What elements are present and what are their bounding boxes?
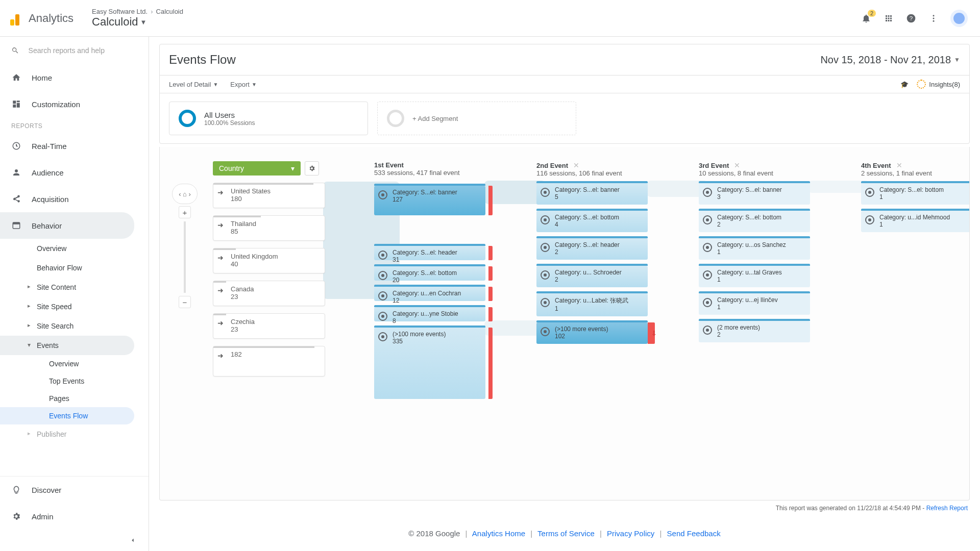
- event-icon: [703, 270, 712, 280]
- event-node[interactable]: Category: S...el: header 31: [374, 246, 485, 260]
- sidebar-search[interactable]: [0, 37, 149, 64]
- zoom-home-button[interactable]: ‹ ⌂ ›: [172, 184, 198, 204]
- events-flow-diagram[interactable]: ‹ ⌂ › + − Country ▾: [160, 147, 969, 458]
- more-menu-button[interactable]: [928, 13, 939, 24]
- event-value: 20: [393, 277, 481, 284]
- zoom-controls: ‹ ⌂ › + −: [172, 184, 198, 308]
- event-icon: [378, 251, 387, 260]
- add-segment-button[interactable]: + Add Segment: [377, 102, 576, 135]
- event-node[interactable]: Category: S...el: bottom 2: [699, 211, 810, 232]
- close-icon[interactable]: ✕: [734, 161, 740, 169]
- event-node[interactable]: Category: u...yne Stobie 8: [374, 307, 485, 321]
- nav-audience[interactable]: Audience: [0, 159, 149, 186]
- nav-customization[interactable]: Customization: [0, 91, 149, 117]
- source-dimension-dropdown[interactable]: Country ▾: [213, 161, 301, 176]
- event-node[interactable]: Category: S...el: banner 3: [699, 183, 810, 205]
- nav-admin[interactable]: Admin: [0, 503, 149, 530]
- publisher[interactable]: Publisher: [0, 424, 149, 444]
- account-selector[interactable]: Easy Software Ltd. › Calculoid Calculoid…: [92, 8, 183, 29]
- apps-button[interactable]: [883, 13, 894, 24]
- zoom-in-button[interactable]: +: [179, 206, 191, 218]
- event-node[interactable]: Category: S...el: bottom 20: [374, 266, 485, 281]
- events-flow[interactable]: Events Flow: [0, 407, 134, 424]
- source-node[interactable]: 182: [213, 346, 325, 377]
- source-value: 182: [231, 350, 320, 358]
- source-node[interactable]: Canada 23: [213, 281, 325, 306]
- event-node[interactable]: Category: u...tal Graves 1: [699, 266, 810, 287]
- event-node[interactable]: Category: u...Label: 张晓武 1: [536, 293, 648, 316]
- event-node[interactable]: Category: u... Schroeder 2: [536, 266, 648, 287]
- help-button[interactable]: ?: [905, 13, 917, 24]
- source-node[interactable]: Thailand 85: [213, 215, 325, 241]
- collapse-sidebar-button[interactable]: [0, 530, 149, 551]
- events-pages[interactable]: Pages: [0, 390, 149, 407]
- segment-all-users[interactable]: All Users 100.00% Sessions: [169, 102, 368, 135]
- gear-icon: [11, 511, 21, 521]
- event-node[interactable]: Category: S...el: bottom 1: [861, 183, 970, 205]
- source-node[interactable]: Czechia 23: [213, 313, 325, 339]
- zoom-slider[interactable]: [184, 221, 186, 293]
- refresh-report-link[interactable]: Refresh Report: [926, 505, 968, 512]
- search-input[interactable]: [29, 46, 137, 55]
- source-node[interactable]: United Kingdom 40: [213, 248, 325, 273]
- source-settings-button[interactable]: [305, 161, 319, 176]
- source-name: United Kingdom: [231, 253, 320, 260]
- event-node[interactable]: Category: S...el: bottom 4: [536, 211, 648, 232]
- column-subtitle: 533 sessions, 417 final event: [374, 169, 485, 177]
- svg-rect-7: [13, 222, 20, 224]
- nav-label: Discover: [32, 486, 61, 494]
- nav-discover[interactable]: Discover: [0, 477, 149, 503]
- behavior-overview[interactable]: Overview: [0, 239, 149, 258]
- event-label: Category: u...ej Ilinčev: [717, 296, 806, 304]
- nav-home[interactable]: Home: [0, 64, 149, 91]
- event-icon: [378, 291, 387, 300]
- event-node[interactable]: Category: u...os Sanchez 1: [699, 238, 810, 260]
- events-top[interactable]: Top Events: [0, 372, 149, 390]
- event-node[interactable]: (>100 more events) 335: [374, 328, 485, 399]
- close-icon[interactable]: ✕: [896, 161, 902, 169]
- level-detail-dropdown[interactable]: Level of Detail ▼: [169, 81, 218, 88]
- event-icon: [541, 327, 550, 336]
- site-search[interactable]: Site Search: [0, 316, 149, 336]
- insights-button[interactable]: Insights(8): [917, 80, 960, 89]
- date-range-picker[interactable]: Nov 15, 2018 - Nov 21, 2018 ▼: [820, 54, 960, 66]
- event-label: (>100 more events): [393, 331, 481, 338]
- event-node[interactable]: (>100 more events) 102 ⇩: [536, 322, 648, 344]
- feedback-link[interactable]: Send Feedback: [667, 529, 721, 538]
- app-header: Analytics Easy Software Ltd. › Calculoid…: [0, 0, 980, 37]
- events[interactable]: Events: [0, 336, 134, 355]
- dropoff-bar: [488, 266, 493, 281]
- app-name: Analytics: [29, 12, 74, 25]
- event-node[interactable]: Category: S...el: header 2: [536, 238, 648, 260]
- event-node[interactable]: Category: u...en Cochran 12: [374, 287, 485, 301]
- segment-ring-empty-icon: [387, 110, 404, 127]
- site-speed[interactable]: Site Speed: [0, 297, 149, 316]
- site-content[interactable]: Site Content: [0, 278, 149, 297]
- event-node[interactable]: Category: u...id Mehmood 1: [861, 211, 970, 232]
- behavior-flow[interactable]: Behavior Flow: [0, 258, 149, 278]
- source-node[interactable]: United States 180: [213, 183, 325, 208]
- logo[interactable]: Analytics: [10, 11, 74, 26]
- event-label: Category: S...el: bottom: [717, 214, 806, 221]
- event-value: 5: [555, 193, 644, 201]
- event-node[interactable]: (2 more events) 2: [699, 321, 810, 342]
- event-node[interactable]: Category: S...el: banner 127: [374, 186, 485, 215]
- nav-acquisition[interactable]: Acquisition: [0, 186, 149, 212]
- event-icon: [703, 215, 712, 224]
- notifications-button[interactable]: 2: [861, 13, 872, 24]
- tos-link[interactable]: Terms of Service: [537, 529, 595, 538]
- nav-realtime[interactable]: Real-Time: [0, 133, 149, 159]
- analytics-home-link[interactable]: Analytics Home: [472, 529, 525, 538]
- event-column-3: 3rd Event✕10 sessions, 8 final event Cat…: [699, 161, 810, 342]
- academic-cap-icon[interactable]: 🎓: [900, 81, 909, 88]
- nav-behavior[interactable]: Behavior: [0, 212, 134, 239]
- privacy-link[interactable]: Privacy Policy: [607, 529, 654, 538]
- export-dropdown[interactable]: Export ▼: [230, 81, 256, 88]
- events-overview[interactable]: Overview: [0, 355, 149, 372]
- event-node[interactable]: Category: u...ej Ilinčev 1: [699, 293, 810, 315]
- gear-icon: [308, 165, 315, 172]
- zoom-out-button[interactable]: −: [179, 296, 191, 308]
- event-node[interactable]: Category: S...el: banner 5: [536, 183, 648, 205]
- close-icon[interactable]: ✕: [573, 161, 579, 169]
- account-avatar[interactable]: [950, 10, 968, 27]
